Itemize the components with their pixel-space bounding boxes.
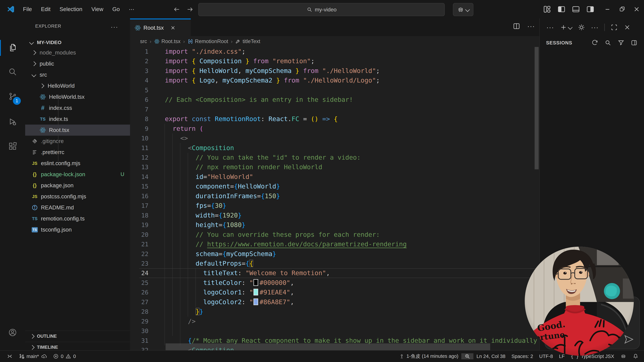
code-line-19[interactable]: height={1080} xyxy=(165,220,539,230)
toggle-primary-sidebar-icon[interactable] xyxy=(557,4,566,14)
copilot-status[interactable] xyxy=(617,353,630,360)
tree-item-root-tsx[interactable]: Root.tsx xyxy=(25,125,130,136)
panel-settings-gear-icon[interactable] xyxy=(578,23,585,31)
code-line-3[interactable]: import { HelloWorld, myCompSchema } from… xyxy=(165,66,539,76)
extensions-icon[interactable] xyxy=(8,141,17,151)
send-button[interactable] xyxy=(623,334,634,346)
encoding-status[interactable]: UTF-8 xyxy=(536,354,556,359)
tree-item-readme-md[interactable]: README.md xyxy=(25,202,130,213)
toggle-secondary-sidebar-icon[interactable] xyxy=(586,4,595,14)
menu-view[interactable]: View xyxy=(87,6,108,12)
panel-more-icon[interactable]: ··· xyxy=(546,26,554,29)
code-line-18[interactable]: width={1920} xyxy=(165,211,539,220)
git-branch-status[interactable]: main* xyxy=(16,353,50,359)
window-close-icon[interactable] xyxy=(632,4,641,14)
tree-item-public[interactable]: public xyxy=(25,58,130,69)
window-restore-icon[interactable] xyxy=(618,4,627,14)
menu-file[interactable]: File xyxy=(18,6,36,12)
tree-item-helloworld[interactable]: HelloWorld xyxy=(25,80,130,91)
run-debug-icon[interactable] xyxy=(8,117,17,127)
code-line-9[interactable]: return ( xyxy=(165,124,539,133)
code-line-29[interactable]: /> xyxy=(165,317,539,326)
code-line-4[interactable]: import { Logo, myCompSchema2 } from "./H… xyxy=(165,76,539,85)
refresh-icon[interactable] xyxy=(591,39,598,46)
tree-item-tsconfig-json[interactable]: TStsconfig.json xyxy=(25,224,130,235)
command-center-search[interactable]: my-video xyxy=(198,3,445,16)
code-line-5[interactable] xyxy=(165,85,539,95)
code-line-15[interactable]: component={HelloWorld} xyxy=(165,182,539,191)
cursor-position-status[interactable]: Ln 24, Col 38 xyxy=(474,354,508,359)
breadcrumb-titletext[interactable]: titleText xyxy=(235,38,260,44)
code-line-22[interactable]: schema={myCompSchema} xyxy=(165,249,539,259)
breadcrumb-src[interactable]: src xyxy=(140,38,147,44)
code-line-13[interactable]: // npx remotion render HelloWorld xyxy=(165,162,539,172)
tree-item-remotion-config-ts[interactable]: TSremotion.config.ts xyxy=(25,213,130,224)
code-line-16[interactable]: durationInFrames={150} xyxy=(165,191,539,201)
menu-more[interactable]: ⋯ xyxy=(124,6,139,12)
tree-item-package-lock-json[interactable]: {}package-lock.jsonU xyxy=(25,169,130,180)
toggle-panel-icon[interactable] xyxy=(571,4,580,14)
problems-status[interactable]: 0 0 xyxy=(50,354,79,359)
breadcrumb-remotionroot[interactable]: RemotionRoot xyxy=(188,38,228,44)
code-line-2[interactable]: import { Composition } from "remotion"; xyxy=(165,56,539,66)
split-editor-icon[interactable] xyxy=(512,22,520,30)
window-minimize-icon[interactable] xyxy=(603,4,612,14)
code-line-20[interactable]: // You can override these props for each… xyxy=(165,230,539,239)
new-session-button[interactable] xyxy=(560,24,572,31)
zoom-status[interactable] xyxy=(461,353,474,359)
menu-edit[interactable]: Edit xyxy=(36,6,55,12)
tree-item-package-json[interactable]: {}package.json xyxy=(25,180,130,191)
search-sessions-icon[interactable] xyxy=(604,39,612,46)
tab-root-tsx[interactable]: Root.tsx xyxy=(130,18,191,36)
workspace-root-row[interactable]: MY-VIDEO xyxy=(25,38,130,47)
panel-overflow-icon[interactable]: ··· xyxy=(591,26,599,29)
color-swatch[interactable] xyxy=(254,289,258,296)
code-line-8[interactable]: export const RemotionRoot: React.FC = ()… xyxy=(165,114,539,124)
tree-item-helloworld-tsx[interactable]: HelloWorld.tsx xyxy=(25,91,130,102)
vertical-scrollbar[interactable] xyxy=(535,47,539,169)
menu-selection[interactable]: Selection xyxy=(55,6,87,12)
explorer-more-icon[interactable]: ··· xyxy=(111,23,118,30)
code-line-21[interactable]: // https://www.remotion.dev/docs/paramet… xyxy=(165,239,539,249)
color-swatch[interactable] xyxy=(254,279,258,286)
tree-item-index-ts[interactable]: TSindex.ts xyxy=(25,113,130,125)
editor-more-icon[interactable]: ··· xyxy=(527,24,535,28)
code-line-1[interactable]: import "./index.css"; xyxy=(165,47,539,56)
code-line-6[interactable]: // Each <Composition> is an entry in the… xyxy=(165,95,539,104)
git-blame-status[interactable]: 1-鱼皮 (14 minutes ago) xyxy=(396,353,461,360)
maximize-panel-icon[interactable] xyxy=(610,24,618,31)
code-line-27[interactable]: logoColor2: "#86A8E7", xyxy=(165,297,539,307)
code-line-14[interactable]: id="HelloWorld" xyxy=(165,172,539,182)
tree-item--gitignore[interactable]: .gitignore xyxy=(25,136,130,147)
nav-back-icon[interactable] xyxy=(173,6,180,13)
tab-close-icon[interactable] xyxy=(170,25,176,31)
notifications-status[interactable] xyxy=(630,353,642,359)
horizontal-scrollbar[interactable] xyxy=(166,344,490,350)
tree-item-index-css[interactable]: #index.css xyxy=(25,102,130,113)
explorer-icon[interactable] xyxy=(8,43,17,52)
split-panel-icon[interactable] xyxy=(630,39,638,46)
close-panel-icon[interactable] xyxy=(624,24,631,31)
nav-forward-icon[interactable] xyxy=(186,6,194,13)
tree-item--prettierrc[interactable]: .prettierrc xyxy=(25,147,130,158)
color-swatch[interactable] xyxy=(254,299,258,305)
breadcrumb-root-tsx[interactable]: Root.tsx xyxy=(154,38,180,44)
code-line-10[interactable]: <> xyxy=(165,133,539,143)
eol-status[interactable]: LF xyxy=(556,354,568,359)
customize-layout-icon[interactable] xyxy=(542,4,552,14)
tree-item-postcss-config-mjs[interactable]: JSpostcss.config.mjs xyxy=(25,191,130,202)
account-icon[interactable] xyxy=(8,328,17,337)
code-line-26[interactable]: logoColor1: "#91EAE4", xyxy=(165,288,539,297)
code-line-30[interactable] xyxy=(165,326,539,336)
menu-go[interactable]: Go xyxy=(108,6,124,12)
remote-indicator[interactable] xyxy=(4,353,16,359)
code-line-24[interactable]: titleText: "Welcome to Remotion", xyxy=(165,268,539,278)
code-line-28[interactable]: }} xyxy=(165,307,539,316)
code-line-7[interactable] xyxy=(165,105,539,114)
code-line-23[interactable]: defaultProps={{ xyxy=(165,259,539,268)
filter-icon[interactable] xyxy=(618,39,624,46)
tree-item-src[interactable]: src xyxy=(25,69,130,80)
search-view-icon[interactable] xyxy=(8,67,17,76)
outline-section[interactable]: OUTLINE xyxy=(25,331,130,342)
code-line-12[interactable]: // You can take the "id" to render a vid… xyxy=(165,153,539,162)
